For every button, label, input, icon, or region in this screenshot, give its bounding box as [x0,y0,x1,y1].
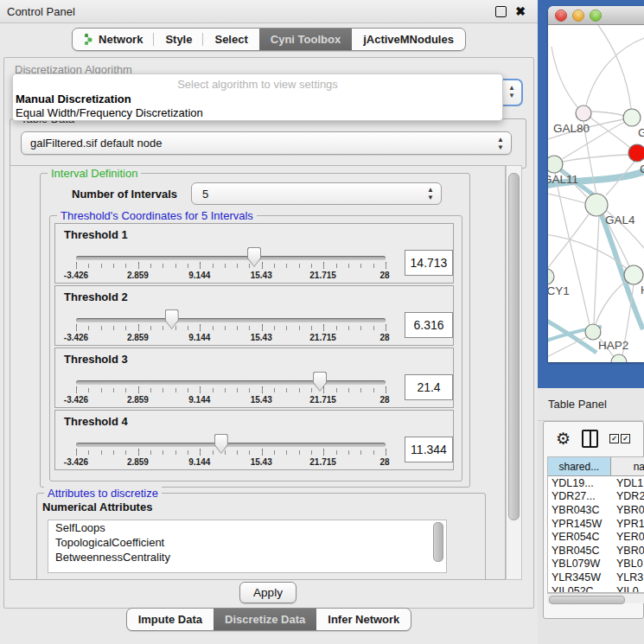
network-node[interactable] [548,269,554,284]
tick-label: 21.715 [309,395,336,405]
table-data-combobox[interactable]: galFiltered.sif default node ▲▼ [21,131,512,155]
close-panel-icon[interactable]: ✖ [515,7,526,16]
dropdown-option-manual[interactable]: Manual Discretization [16,92,131,105]
table-row[interactable]: YIL052CYIL0 [548,584,644,593]
cell-name[interactable]: YDL1 [611,477,644,489]
cell-shared-name[interactable]: YER054C [548,531,611,543]
table-row[interactable]: YER054CYER0 [548,530,644,544]
attribute-list-item[interactable]: BetweennessCentrality [48,550,446,564]
threshold-value-field[interactable]: 11.344 [405,437,453,462]
threshold-slider-thumb[interactable] [247,247,261,267]
tab-discretize-data[interactable]: Discretize Data [214,609,316,630]
slider-minor-ticks [76,450,386,455]
network-window-titlebar [548,6,644,25]
network-node[interactable] [623,109,641,126]
cell-name[interactable]: YIL0 [611,585,644,593]
num-intervals-label: Number of Intervals [72,188,177,201]
node-label: GAL4 [605,214,635,226]
cell-name[interactable]: YPR1 [611,518,644,530]
cell-shared-name[interactable]: YLR345W [548,571,611,583]
slider-tick-labels: -3.4262.8599.14415.4321.71528 [55,333,453,343]
select-columns-icon[interactable]: ✓ ✓ [609,434,630,443]
cell-name[interactable]: YDR2 [611,490,644,502]
table-row[interactable]: YPR145WYPR1 [548,517,644,531]
cell-shared-name[interactable]: YBR043C [548,504,611,516]
tab-network-label: Network [99,33,143,46]
cell-name[interactable]: YER0 [611,531,644,543]
table-row[interactable]: YBR043CYBR0 [548,503,644,517]
tab-jactivemnodules[interactable]: jActiveMNodules [352,29,465,50]
tick-label: 9.144 [188,333,210,342]
node-label: GCY1 [548,284,570,297]
attribute-list-scrollbar[interactable] [433,522,443,562]
threshold-value-field[interactable]: 14.713 [405,250,453,276]
table-row[interactable]: YDR27...YDR2 [548,490,644,504]
attributes-group-title: Attributes to discretize [44,487,162,500]
scrollbar-thumb[interactable] [549,596,625,604]
network-node[interactable] [576,105,591,121]
threshold-value-field[interactable]: 21.4 [405,374,453,400]
threshold-slider-thumb[interactable] [313,372,327,392]
close-window-icon[interactable] [555,10,567,22]
num-intervals-combobox[interactable]: 5 ▲▼ [191,182,442,205]
network-window: GAL80GACGAL11GAL4GCY1HHAP2 [548,6,644,362]
tab-style[interactable]: Style [154,29,203,50]
column-header-name[interactable]: na [611,457,644,475]
tab-select[interactable]: Select [203,29,258,50]
threshold-panel: Threshold 3 -3.4262.8599.14415.4321.7152… [54,348,454,408]
cell-name[interactable]: YBR0 [611,504,644,516]
settings-vertical-scrollbar[interactable] [506,165,522,580]
zoom-window-icon[interactable] [590,10,602,22]
slider-minor-ticks [76,264,386,268]
tab-impute-data[interactable]: Impute Data [127,609,214,630]
cell-shared-name[interactable]: YPR145W [548,518,611,530]
scrollbar-thumb[interactable] [508,173,520,520]
tick-label: -3.426 [64,271,88,280]
num-intervals-value: 5 [202,188,208,201]
threshold-slider-thumb[interactable] [214,434,228,454]
network-canvas[interactable]: GAL80GACGAL11GAL4GCY1HHAP2 [548,25,644,362]
table-horizontal-scrollbar[interactable] [547,593,644,603]
table-row[interactable]: YLR345WYLR3 [548,571,644,584]
float-window-icon[interactable] [495,6,507,17]
table-row[interactable]: YBR045CYBR0 [548,544,644,558]
slider-tick-labels: -3.4262.8599.14415.4321.71528 [55,271,453,281]
threshold-panel: Threshold 4 -3.4262.8599.14415.4321.7152… [54,410,454,470]
threshold-slider-track[interactable] [76,380,386,385]
tab-infer-network[interactable]: Infer Network [316,609,411,630]
attribute-list-item[interactable]: TopologicalCoefficient [48,535,446,550]
node-table: shared... na YDL19...YDL1YDR27...YDR2YBR… [547,456,644,593]
cell-shared-name[interactable]: YBL079W [548,558,611,570]
cell-shared-name[interactable]: YIL052C [548,585,611,593]
cell-shared-name[interactable]: YBR045C [548,545,611,557]
right-side: GAL80GACGAL11GAL4GCY1HHAP2 Table Panel ⚙… [538,0,644,644]
network-node[interactable] [548,156,563,173]
cell-name[interactable]: YBL0 [611,558,644,570]
network-node[interactable] [628,144,644,162]
columns-icon[interactable] [582,430,598,448]
cell-name[interactable]: YBR0 [611,545,644,557]
threshold-slider-thumb[interactable] [165,309,179,329]
threshold-slider-track[interactable] [76,256,386,260]
minimize-window-icon[interactable] [572,10,584,22]
table-row[interactable]: YDL19...YDL1 [548,476,644,490]
tab-network[interactable]: Network [73,29,154,50]
numerical-attributes-list[interactable]: SelfLoopsTopologicalCoefficientBetweenne… [48,520,447,573]
table-row[interactable]: YBL079WYBL0 [548,558,644,571]
cell-name[interactable]: YLR3 [611,571,644,583]
attribute-list-item[interactable]: SelfLoops [48,520,446,535]
gear-icon[interactable]: ⚙ [556,430,571,447]
tab-cyni-toolbox[interactable]: Cyni Toolbox [259,29,352,50]
cell-shared-name[interactable]: YDL19... [548,477,611,489]
network-node[interactable] [624,265,643,284]
cell-shared-name[interactable]: YDR27... [548,490,611,502]
threshold-value-field[interactable]: 6.316 [405,312,453,338]
tick-label: 2.859 [127,457,149,467]
apply-button[interactable]: Apply [239,582,296,603]
column-header-shared-name[interactable]: shared... [548,457,611,475]
tick-label: 9.144 [188,271,210,280]
dropdown-option-equal-width[interactable]: Equal Width/Frequency Discretization [16,106,203,119]
threshold-slider-track[interactable] [76,443,386,447]
threshold-slider-track[interactable] [76,318,386,322]
network-node[interactable] [585,324,601,340]
